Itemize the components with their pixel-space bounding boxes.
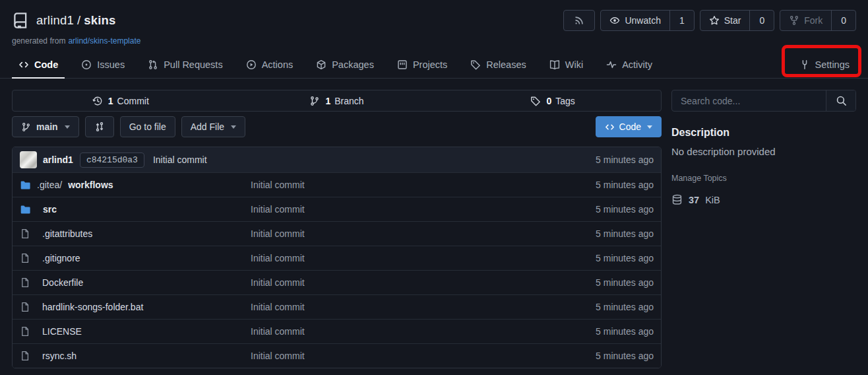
file-row[interactable]: .gitattributes Initial commit 5 minutes … — [13, 221, 661, 246]
tab-settings[interactable]: Settings — [793, 51, 856, 78]
file-name-cell[interactable]: Dockerfile — [20, 277, 251, 288]
tags-stat[interactable]: 0Tags — [445, 90, 661, 111]
search-icon — [836, 95, 847, 106]
file-name: .gitignore — [42, 253, 80, 263]
repo-stats-bar: 1Commit 1Branch 0Tags — [12, 90, 662, 112]
tab-projects[interactable]: Projects — [390, 51, 454, 78]
chevron-down-icon — [65, 125, 70, 129]
file-commit-time: 5 minutes ago — [596, 277, 654, 288]
branch-selector[interactable]: main — [12, 116, 79, 137]
database-icon — [671, 194, 683, 205]
file-row[interactable]: .gitea/workflows Initial commit 5 minute… — [13, 172, 661, 197]
repo-nav-tabs: Code Issues Pull Requests Actions — [0, 51, 868, 79]
file-icon — [20, 326, 30, 337]
file-row[interactable]: hardlink-songs-folder.bat Initial commit… — [13, 294, 661, 319]
tag-icon — [530, 96, 542, 106]
file-row[interactable]: LICENSE Initial commit 5 minutes ago — [13, 319, 661, 343]
tab-issues[interactable]: Issues — [75, 51, 131, 78]
tab-actions[interactable]: Actions — [239, 51, 300, 78]
book-icon — [549, 59, 560, 70]
star-button[interactable]: Star — [700, 11, 750, 30]
branches-stat[interactable]: 1Branch — [229, 90, 445, 111]
repo-owner-link[interactable]: arlind1 — [36, 13, 74, 27]
tab-pull-requests[interactable]: Pull Requests — [141, 51, 229, 78]
file-commit-time: 5 minutes ago — [596, 204, 654, 215]
compare-button[interactable] — [85, 116, 114, 137]
file-commit-time: 5 minutes ago — [596, 326, 654, 337]
code-download-button[interactable]: Code — [596, 116, 662, 137]
repo-sidebar: Description No description provided Mana… — [671, 90, 856, 368]
watch-count[interactable]: 1 — [669, 11, 694, 30]
latest-commit-row: arlind1 c84215d0a3 Initial commit 5 minu… — [13, 147, 661, 172]
file-row[interactable]: rsync.sh Initial commit 5 minutes ago — [13, 343, 661, 368]
page-title: arlind1/skins — [36, 13, 116, 28]
avatar[interactable] — [20, 151, 37, 168]
file-row[interactable]: src Initial commit 5 minutes ago — [13, 197, 661, 221]
branch-icon — [21, 122, 31, 132]
tab-releases[interactable]: Releases — [464, 51, 532, 78]
code-icon — [605, 122, 615, 132]
file-name: .gitattributes — [42, 228, 92, 239]
file-commit-message[interactable]: Initial commit — [251, 180, 596, 190]
repo-name-link[interactable]: skins — [84, 13, 115, 27]
size-value: 37 — [689, 195, 699, 205]
file-name-cell[interactable]: LICENSE — [20, 326, 251, 337]
file-commit-message[interactable]: Initial commit — [251, 302, 596, 312]
commit-time: 5 minutes ago — [596, 154, 654, 165]
fork-count[interactable]: 0 — [831, 11, 855, 30]
file-commit-message[interactable]: Initial commit — [251, 326, 596, 337]
folder-icon — [20, 180, 31, 191]
repo-size: 37 KiB — [671, 194, 856, 205]
tab-activity[interactable]: Activity — [600, 51, 659, 78]
fork-button[interactable]: Fork — [780, 11, 831, 30]
rss-button[interactable] — [563, 10, 595, 31]
file-commit-message[interactable]: Initial commit — [251, 204, 596, 215]
file-name: LICENSE — [42, 326, 82, 337]
repo-toolbar: main Go to file Add File — [12, 116, 662, 137]
tab-packages[interactable]: Packages — [309, 51, 381, 78]
star-count[interactable]: 0 — [749, 11, 774, 30]
rss-icon — [574, 15, 584, 26]
file-name-cell[interactable]: rsync.sh — [20, 351, 251, 361]
file-icon — [20, 228, 30, 239]
go-to-file-button[interactable]: Go to file — [120, 116, 175, 137]
pulse-icon — [606, 59, 617, 70]
commit-message-link[interactable]: Initial commit — [153, 154, 207, 165]
commit-hash-badge[interactable]: c84215d0a3 — [80, 153, 144, 168]
search-input[interactable] — [672, 90, 826, 111]
file-path-prefix: .gitea/ — [37, 180, 62, 190]
tab-wiki[interactable]: Wiki — [543, 51, 590, 78]
file-row[interactable]: Dockerfile Initial commit 5 minutes ago — [13, 270, 661, 294]
file-name-cell[interactable]: .gitattributes — [20, 228, 251, 239]
issue-icon — [81, 59, 92, 70]
commits-stat[interactable]: 1Commit — [13, 90, 229, 111]
file-commit-message[interactable]: Initial commit — [251, 277, 596, 288]
description-heading: Description — [671, 127, 856, 139]
file-table: arlind1 c84215d0a3 Initial commit 5 minu… — [12, 147, 662, 368]
add-file-button[interactable]: Add File — [181, 116, 245, 137]
tab-code[interactable]: Code — [12, 51, 65, 78]
template-repo-link[interactable]: arlind/skins-template — [68, 36, 140, 46]
file-name-cell[interactable]: .gitignore — [20, 253, 251, 263]
project-board-icon — [397, 59, 408, 70]
file-commit-message[interactable]: Initial commit — [251, 253, 596, 263]
chevron-down-icon — [647, 125, 652, 129]
unwatch-button[interactable]: Unwatch — [601, 11, 669, 30]
star-button-group: Star 0 — [700, 10, 774, 31]
file-icon — [20, 302, 30, 312]
commit-author-link[interactable]: arlind1 — [43, 154, 73, 165]
manage-topics-link[interactable]: Manage Topics — [671, 174, 856, 183]
file-row[interactable]: .gitignore Initial commit 5 minutes ago — [13, 246, 661, 270]
file-name: src — [43, 204, 57, 215]
file-name-cell[interactable]: .gitea/workflows — [20, 180, 251, 191]
file-name-cell[interactable]: src — [20, 204, 251, 215]
file-commit-message[interactable]: Initial commit — [251, 228, 596, 239]
search-button[interactable] — [826, 90, 855, 111]
file-name-cell[interactable]: hardlink-songs-folder.bat — [20, 302, 251, 312]
file-icon — [20, 253, 30, 263]
size-unit: KiB — [705, 195, 720, 205]
file-name: hardlink-songs-folder.bat — [42, 302, 143, 312]
file-commit-message[interactable]: Initial commit — [251, 351, 596, 361]
package-icon — [316, 59, 326, 70]
generated-from-line: generated fromarlind/skins-template — [12, 36, 856, 46]
